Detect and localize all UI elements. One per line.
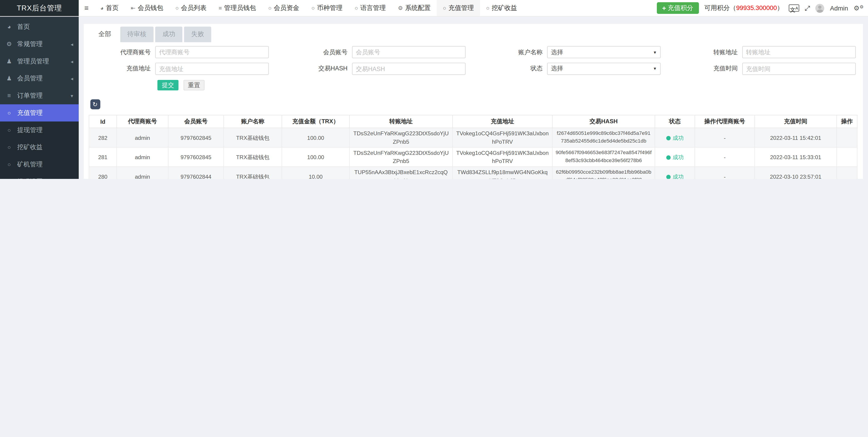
table-row: 280admin9797602844TRX基础钱包10.00TUP55nAAx3… — [89, 167, 857, 179]
topnav-item-管理员钱包[interactable]: ≡管理员钱包 — [213, 0, 262, 16]
column-header-操作代理商账号: 操作代理商账号 — [695, 115, 754, 128]
filter-input-转账地址[interactable] — [742, 46, 856, 58]
filter-input-充值时间[interactable] — [742, 62, 856, 75]
sidebar-label: 管理员管理 — [17, 57, 49, 66]
filter-label-转账地址: 转账地址 — [665, 48, 738, 56]
filter-input-交易HASH[interactable] — [352, 62, 466, 75]
topnav-item-币种管理[interactable]: ○币种管理 — [305, 0, 349, 16]
cell-id: 280 — [89, 167, 117, 179]
sidebar-subitem-充值管理[interactable]: ○充值管理 — [0, 104, 79, 121]
topnav-item-首页[interactable]: ◕首页 — [94, 0, 125, 16]
filter-select-账户名称[interactable]: 选择▼ — [547, 46, 661, 58]
topnav-item-系统配置[interactable]: ⚙系统配置 — [392, 0, 437, 16]
column-header-交易HASH: 交易HASH — [552, 115, 655, 128]
status-text: 成功 — [673, 135, 684, 141]
status-dot-icon — [666, 155, 671, 159]
cell-action — [837, 167, 857, 179]
users-icon: ♟ — [5, 58, 13, 64]
cell-member: 9797602845 — [168, 128, 224, 147]
topnav-item-会员钱包[interactable]: ⇤会员钱包 — [125, 0, 169, 16]
sidebar-item-会员管理[interactable]: ♟会员管理◂ — [0, 70, 79, 87]
add-points-button[interactable]: + 充值积分 — [657, 2, 699, 14]
circle-icon: ○ — [5, 127, 13, 133]
tab-全部[interactable]: 全部 — [91, 26, 118, 42]
sidebar-sublabel: 挖矿收益 — [17, 143, 43, 152]
settings-gears-icon[interactable]: ⚙⚙ — [854, 4, 864, 12]
cell-action — [837, 128, 857, 147]
reset-button[interactable]: 重置 — [184, 80, 205, 90]
cell-status: 成功 — [655, 128, 695, 147]
refresh-icon: ↻ — [93, 101, 98, 108]
app-window: TRX后台管理 ≡ ◕首页⇤会员钱包○会员列表≡管理员钱包○会员资金○币种管理○… — [0, 0, 868, 179]
column-header-账户名称: 账户名称 — [224, 115, 282, 128]
chevron-down-icon: ▾ — [71, 93, 73, 98]
topnav-item-会员列表[interactable]: ○会员列表 — [169, 0, 213, 16]
records-table-wrap: Id代理商账号会员账号账户名称充值金额（TRX）转账地址充值地址交易HASH状态… — [89, 115, 858, 179]
sidebar-subitem-挖矿收益[interactable]: ○挖矿收益 — [0, 139, 79, 156]
sidebar-label: 会员管理 — [17, 74, 43, 83]
circle-icon: ○ — [5, 162, 13, 167]
translate-icon[interactable]: 文A — [789, 4, 799, 12]
sidebar-item-管理员管理[interactable]: ♟管理员管理◂ — [0, 53, 79, 70]
plus-icon: + — [662, 4, 666, 12]
sidebar-sublabel: 提现设置 — [17, 177, 43, 179]
circle-icon: ○ — [486, 5, 490, 11]
chevron-down-icon: ▼ — [653, 66, 657, 70]
topnav-item-语言管理[interactable]: ○语言管理 — [349, 0, 392, 16]
sidebar-subitem-提现管理[interactable]: ○提现管理 — [0, 121, 79, 139]
cell-status: 成功 — [655, 147, 695, 167]
cell-member: 9797602845 — [168, 147, 224, 167]
topnav-label: 会员列表 — [181, 4, 207, 12]
chevron-left-icon: ◂ — [71, 41, 73, 47]
filter-input-充值地址[interactable] — [155, 62, 269, 75]
status-text: 成功 — [673, 154, 684, 160]
gears-icon: ⚙ — [5, 41, 13, 47]
cell-account: TRX基础钱包 — [224, 167, 282, 179]
cell-op-agent: - — [695, 167, 754, 179]
dashboard-icon: ◕ — [5, 24, 13, 30]
sidebar-toggle-button[interactable]: ≡ — [79, 0, 94, 16]
status-badge: 成功 — [666, 135, 684, 141]
filter-input-代理商账号[interactable] — [155, 46, 269, 58]
cell-tx-hash: 62f6b09950cce232b09fbb8ae1fbb96ba0bdf64c… — [552, 167, 655, 179]
circle-icon: ○ — [175, 5, 179, 11]
topnav-item-会员资金[interactable]: ○会员资金 — [262, 0, 305, 16]
cell-recharge-address: TWd834ZSLLf9p18mwWG4NGoKkqKT8QnLJ5 — [453, 167, 552, 179]
sidebar-item-首页[interactable]: ◕首页 — [0, 19, 79, 36]
status-badge: 成功 — [666, 173, 684, 179]
sidebar-item-订单管理[interactable]: ≡订单管理▾ — [0, 87, 79, 105]
column-header-Id: Id — [89, 115, 117, 128]
status-dot-icon — [666, 136, 671, 140]
topnav-item-挖矿收益[interactable]: ○挖矿收益 — [480, 0, 523, 16]
tab-成功[interactable]: 成功 — [155, 26, 182, 42]
column-header-代理商账号: 代理商账号 — [117, 115, 168, 128]
cell-agent: admin — [117, 147, 168, 167]
sidebar-subitem-提现设置[interactable]: ○提现设置 — [0, 173, 79, 179]
user-name[interactable]: Admin — [830, 5, 848, 11]
cell-recharge-address: TVokeg1oCQ4GsFHj591WK3aUxbonhPoTRV — [453, 147, 552, 167]
cell-agent: admin — [117, 167, 168, 179]
cell-action — [837, 147, 857, 167]
sidebar-item-常规管理[interactable]: ⚙常规管理◂ — [0, 35, 79, 53]
dashboard-icon: ◕ — [100, 5, 104, 11]
cell-op-agent: - — [695, 128, 754, 147]
sidebar-label: 订单管理 — [17, 91, 43, 100]
topnav-item-充值管理[interactable]: ○充值管理 — [437, 0, 480, 16]
tab-失败[interactable]: 失败 — [184, 26, 211, 42]
filter-input-会员账号[interactable] — [352, 46, 466, 58]
cell-account: TRX基础钱包 — [224, 147, 282, 167]
avatar[interactable] — [816, 4, 825, 12]
sidebar-subitem-矿机管理[interactable]: ○矿机管理 — [0, 156, 79, 173]
tab-待审核[interactable]: 待审核 — [120, 26, 154, 42]
column-header-充值金额（TRX）: 充值金额（TRX） — [282, 115, 349, 128]
available-points: 可用积分（99935.300000） — [704, 4, 783, 12]
filter-select-状态[interactable]: 选择▼ — [547, 62, 661, 75]
top-nav: ◕首页⇤会员钱包○会员列表≡管理员钱包○会员资金○币种管理○语言管理⚙系统配置○… — [94, 0, 523, 16]
sidebar-label: 首页 — [17, 23, 30, 31]
brand-logo: TRX后台管理 — [0, 0, 79, 16]
refresh-button[interactable]: ↻ — [90, 99, 100, 109]
submit-button[interactable]: 提交 — [157, 80, 179, 90]
column-header-充值时间: 充值时间 — [754, 115, 837, 128]
fullscreen-icon[interactable]: ⤢ — [805, 5, 810, 11]
circle-icon: ○ — [443, 5, 446, 11]
